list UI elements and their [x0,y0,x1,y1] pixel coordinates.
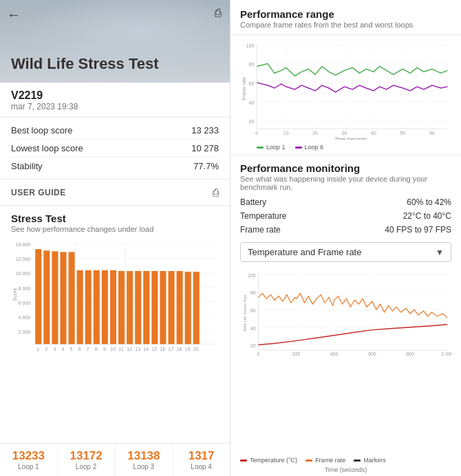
svg-text:17: 17 [169,346,174,352]
stat-lowest-loop-label: Lowest loop score [11,143,83,153]
svg-text:100: 100 [246,43,255,48]
svg-text:20: 20 [249,119,255,124]
svg-text:60: 60 [250,308,256,313]
svg-text:2: 2 [45,346,47,352]
back-button[interactable]: ← [7,7,21,23]
loop-score-label-3: Loop 3 [120,463,169,470]
svg-text:800: 800 [406,351,414,356]
legend-dot-markers [354,459,361,462]
loop-score-4: 1317 Loop 4 [173,444,230,476]
svg-text:12 000: 12 000 [16,256,31,262]
user-guide-share-icon[interactable]: ⎙ [213,186,219,198]
loop-score-label-4: Loop 4 [177,463,226,470]
stat-best-loop: Best loop score 13 233 [11,122,219,140]
svg-text:30: 30 [342,131,347,136]
svg-text:5: 5 [70,346,73,352]
svg-text:0: 0 [255,131,258,136]
svg-rect-23 [94,270,100,344]
svg-rect-34 [185,272,191,344]
svg-text:Score: Score [12,288,18,301]
svg-text:20: 20 [312,131,318,136]
svg-rect-29 [143,271,149,344]
stats-section: Best loop score 13 233 Lowest loop score… [0,118,230,180]
meta-section: V2219 mar 7, 2023 19:38 [0,83,230,118]
svg-text:400: 400 [330,351,339,356]
svg-text:20: 20 [193,346,199,352]
stat-lowest-loop-value: 10 278 [191,143,219,153]
svg-text:19: 19 [185,346,191,352]
legend-markers: Markers [354,457,386,464]
svg-text:10: 10 [110,346,116,352]
loop-score-value-4: 1317 [177,449,226,463]
svg-text:9: 9 [103,346,106,352]
loop-score-3: 13138 Loop 3 [116,444,173,476]
svg-text:10 000: 10 000 [16,270,31,277]
perf-range-svg: 100 80 60 40 20 Frame rate [240,38,451,140]
svg-text:Wild Life Stress Test: Wild Life Stress Test [243,294,247,332]
svg-text:1: 1 [36,346,39,352]
monitor-battery-label: Battery [240,197,266,207]
stat-best-loop-value: 13 233 [191,125,219,136]
svg-text:16: 16 [160,346,166,352]
perf-monitoring-title: Performance monitoring [240,162,451,174]
monitor-framerate-value: 40 FPS to 97 FPS [385,225,451,235]
loop-score-1: 13233 Loop 1 [0,444,58,476]
monitoring-chart-area: Wild Life Stress Test 100 80 60 40 20 [231,266,461,455]
version-label: V2219 [11,89,219,102]
svg-text:40: 40 [371,131,376,136]
svg-text:10: 10 [283,131,289,136]
svg-text:4: 4 [62,346,65,352]
legend-label-framerate: Frame rate [315,457,345,464]
svg-rect-19 [60,252,66,344]
svg-text:Frame rate: Frame rate [242,77,246,100]
legend-dot-framerate [305,459,312,462]
stress-section: Stress Test See how performance changes … [0,206,230,233]
date-label: mar 7, 2023 19:38 [11,102,219,111]
svg-text:40: 40 [249,100,255,105]
perf-range-subtitle: Compare frame rates from the best and wo… [240,21,451,29]
monitor-temperature-label: Temperature [240,211,286,221]
left-panel: ← ⎙ Wild Life Stress Test V2219 mar 7, 2… [0,0,231,476]
user-guide-row[interactable]: USER GUIDE ⎙ [0,180,230,206]
legend-label-loop6: Loop 6 [305,144,324,151]
svg-rect-35 [193,272,200,344]
hero-share-button[interactable]: ⎙ [215,7,222,19]
svg-text:Time (seconds): Time (seconds) [335,137,367,140]
legend-label-markers: Markers [363,457,386,464]
svg-text:18: 18 [177,346,182,352]
bar-chart: 14 000 12 000 10 000 8 000 6 000 4 000 2… [11,236,219,353]
svg-rect-26 [118,271,125,344]
svg-rect-28 [135,271,141,344]
svg-rect-21 [77,270,83,344]
legend-framerate: Frame rate [305,457,345,464]
svg-rect-18 [52,251,58,344]
chevron-down-icon: ▼ [436,248,444,257]
monitor-framerate-label: Frame rate [240,225,281,235]
svg-text:1 000: 1 000 [442,351,451,356]
monitoring-chart-svg: Wild Life Stress Test 100 80 60 40 20 [240,269,451,357]
loop-score-label-2: Loop 2 [62,463,111,470]
loop-scores: 13233 Loop 1 13172 Loop 2 13138 Loop 3 1… [0,443,230,476]
loop-score-value-3: 13138 [120,449,169,463]
svg-rect-31 [160,271,166,344]
stress-title: Stress Test [11,213,219,224]
monitor-framerate: Frame rate 40 FPS to 97 FPS [240,223,451,237]
svg-rect-32 [169,271,175,344]
legend-label-temperature: Temperature (°C) [250,457,297,464]
stat-stability-value: 77.7% [193,161,219,171]
legend-temperature: Temperature (°C) [240,457,297,464]
perf-range-legend: Loop 1 Loop 6 [240,142,451,152]
legend-label-loop1: Loop 1 [266,144,286,151]
legend-dot-loop1 [257,147,264,149]
monitor-temperature-value: 22°C to 40°C [403,211,451,221]
svg-rect-17 [43,250,50,344]
stat-best-loop-label: Best loop score [11,125,73,136]
loop-score-2: 13172 Loop 2 [58,444,116,476]
stat-lowest-loop: Lowest loop score 10 278 [11,140,219,158]
monitoring-dropdown[interactable]: Temperature and Frame rate ▼ [240,242,451,262]
svg-text:8 000: 8 000 [19,285,31,291]
svg-text:3: 3 [53,346,56,352]
svg-text:80: 80 [249,62,255,67]
perf-monitoring-section: Performance monitoring See what was happ… [231,155,461,266]
svg-text:2 000: 2 000 [19,329,31,335]
